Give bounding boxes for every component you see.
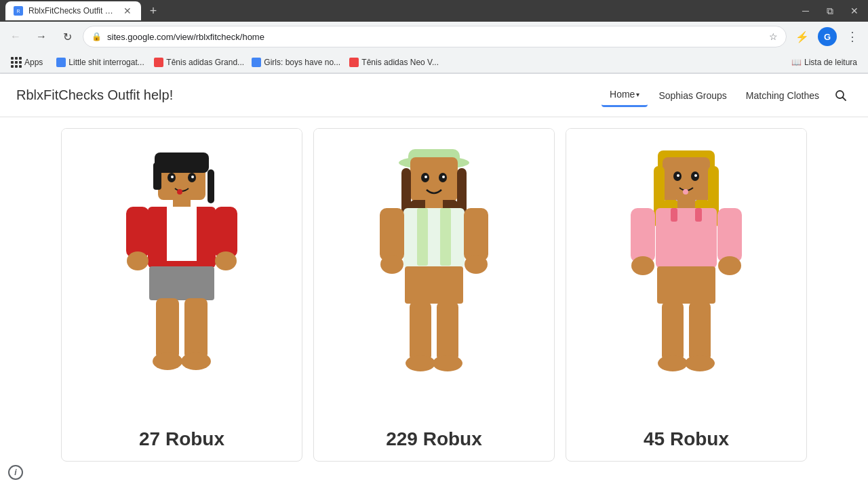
svg-point-42 bbox=[465, 255, 488, 274]
svg-rect-66 bbox=[657, 266, 715, 304]
nav-icons: ⚡ G ⋮ bbox=[792, 26, 863, 47]
svg-rect-49 bbox=[663, 157, 710, 201]
browser-tab[interactable]: R RblxFitChecks Outfit help! ✕ bbox=[5, 1, 141, 20]
svg-point-65 bbox=[718, 256, 741, 275]
bookmark-label-1: Little shit interrogat... bbox=[68, 58, 144, 67]
svg-point-34 bbox=[442, 176, 445, 178]
svg-rect-68 bbox=[689, 302, 711, 361]
apps-bookmark[interactable]: Apps bbox=[5, 56, 48, 69]
svg-point-10 bbox=[171, 176, 174, 178]
nav-sophias-groups[interactable]: Sophias Groups bbox=[650, 85, 734, 106]
svg-rect-17 bbox=[214, 207, 237, 258]
reading-list-icon: 📖 bbox=[791, 58, 802, 67]
reading-list-button[interactable]: 📖 Lista de leitura bbox=[786, 56, 863, 68]
svg-rect-61 bbox=[695, 208, 702, 222]
back-button[interactable]: ← bbox=[5, 26, 26, 47]
nav-matching-clothes[interactable]: Matching Clothes bbox=[738, 85, 827, 106]
svg-rect-5 bbox=[155, 152, 209, 173]
nav-bar: ← → ↻ 🔒 sites.google.com/view/rblxfitche… bbox=[0, 22, 868, 52]
svg-rect-22 bbox=[184, 298, 208, 359]
browser-chrome: R RblxFitChecks Outfit help! ✕ + ─ ⧉ ✕ ←… bbox=[0, 0, 868, 74]
svg-rect-16 bbox=[126, 207, 149, 258]
svg-rect-63 bbox=[717, 208, 742, 262]
outfit-price-2: 229 Robux bbox=[386, 420, 482, 461]
svg-rect-60 bbox=[671, 208, 677, 222]
svg-rect-59 bbox=[656, 208, 717, 268]
svg-rect-43 bbox=[405, 266, 463, 304]
roblox-character-1 bbox=[107, 142, 256, 407]
search-button[interactable] bbox=[830, 85, 852, 106]
bookmark-favicon-3 bbox=[252, 58, 261, 67]
sophias-groups-label: Sophias Groups bbox=[658, 90, 726, 101]
svg-point-41 bbox=[380, 255, 403, 274]
minimize-button[interactable]: ─ bbox=[797, 3, 814, 19]
svg-point-23 bbox=[153, 352, 182, 370]
maximize-button[interactable]: ⧉ bbox=[822, 3, 838, 19]
tab-close-button[interactable]: ✕ bbox=[123, 5, 133, 16]
svg-rect-20 bbox=[149, 266, 214, 300]
outfit-grid: 27 Robux bbox=[61, 128, 807, 462]
outfit-price-1: 27 Robux bbox=[139, 420, 224, 461]
bookmark-label-4: Tênis adidas Neo V... bbox=[361, 58, 439, 67]
svg-rect-58 bbox=[677, 199, 695, 209]
bookmark-1[interactable]: Little shit interrogat... bbox=[51, 56, 146, 68]
extensions-button[interactable]: ⚡ bbox=[792, 26, 812, 47]
info-button[interactable]: i bbox=[8, 465, 23, 480]
site-header: RblxFitChecks Outfit help! Home ▾ Sophia… bbox=[0, 74, 868, 117]
security-icon: 🔒 bbox=[92, 32, 102, 41]
bookmark-label-2: Tênis adidas Grand... bbox=[166, 58, 243, 67]
reload-button[interactable]: ↻ bbox=[57, 26, 77, 47]
svg-rect-39 bbox=[380, 208, 404, 261]
svg-point-69 bbox=[658, 355, 688, 371]
outfit-price-3: 45 Robux bbox=[644, 420, 729, 461]
svg-rect-21 bbox=[156, 298, 179, 359]
tab-title: RblxFitChecks Outfit help! bbox=[28, 6, 117, 16]
site-nav: Home ▾ Sophias Groups Matching Clothes bbox=[601, 83, 852, 107]
outfit-image-1 bbox=[62, 129, 302, 420]
svg-point-47 bbox=[433, 355, 462, 371]
close-button[interactable]: ✕ bbox=[846, 3, 863, 19]
reading-list-label: Lista de leitura bbox=[804, 58, 857, 67]
outfit-image-2 bbox=[314, 129, 554, 420]
address-bar[interactable]: 🔒 sites.google.com/view/rblxfitcheck/hom… bbox=[83, 26, 787, 47]
matching-clothes-label: Matching Clothes bbox=[746, 90, 819, 101]
tab-favicon: R bbox=[14, 6, 23, 16]
outfit-card-1: 27 Robux bbox=[61, 128, 302, 462]
svg-point-57 bbox=[683, 189, 688, 195]
svg-line-3 bbox=[843, 97, 846, 100]
outfit-card-3: 45 Robux bbox=[566, 128, 807, 462]
menu-button[interactable]: ⋮ bbox=[842, 26, 863, 47]
forward-button[interactable]: → bbox=[31, 26, 52, 47]
svg-point-18 bbox=[127, 251, 149, 270]
nav-home[interactable]: Home ▾ bbox=[601, 83, 648, 107]
bookmark-3[interactable]: Girls: boys have no... bbox=[246, 56, 341, 68]
bookmark-4[interactable]: Tênis adidas Neo V... bbox=[344, 56, 439, 68]
roblox-character-3 bbox=[612, 142, 761, 407]
new-tab-button[interactable]: + bbox=[144, 1, 163, 20]
svg-point-46 bbox=[406, 355, 435, 371]
svg-point-56 bbox=[694, 174, 697, 177]
svg-rect-27 bbox=[410, 157, 458, 201]
svg-rect-44 bbox=[410, 302, 431, 361]
bookmark-favicon-4 bbox=[349, 58, 359, 67]
svg-rect-37 bbox=[417, 208, 428, 266]
bookmark-star-icon[interactable]: ☆ bbox=[769, 31, 778, 42]
svg-rect-36 bbox=[403, 208, 465, 268]
roblox-character-2 bbox=[359, 142, 509, 407]
url-text: sites.google.com/view/rblxfitcheck/home bbox=[107, 32, 764, 42]
profile-button[interactable]: G bbox=[818, 27, 837, 46]
svg-rect-6 bbox=[153, 163, 161, 190]
svg-point-70 bbox=[685, 355, 715, 371]
svg-point-64 bbox=[631, 256, 654, 275]
svg-rect-40 bbox=[464, 208, 488, 261]
svg-rect-62 bbox=[631, 208, 655, 262]
bookmark-2[interactable]: Tênis adidas Grand... bbox=[149, 56, 243, 68]
svg-point-55 bbox=[677, 174, 679, 177]
apps-label: Apps bbox=[24, 58, 43, 67]
website: RblxFitChecks Outfit help! Home ▾ Sophia… bbox=[0, 74, 868, 472]
home-label: Home bbox=[610, 89, 635, 100]
home-chevron-icon: ▾ bbox=[636, 91, 639, 98]
svg-rect-15 bbox=[167, 207, 197, 261]
bookmark-favicon-1 bbox=[56, 58, 66, 67]
svg-rect-38 bbox=[440, 208, 451, 266]
